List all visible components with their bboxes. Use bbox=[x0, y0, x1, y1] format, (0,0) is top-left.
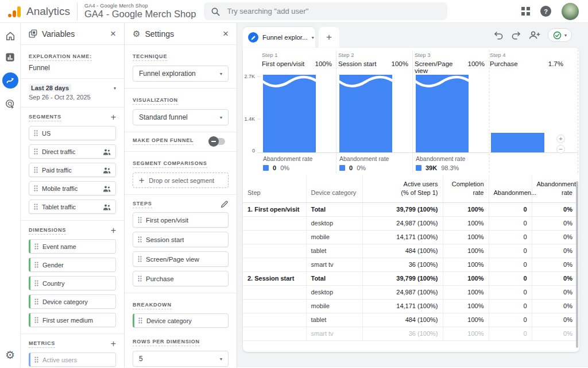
table-scrollbar[interactable] bbox=[576, 181, 578, 348]
column-header-3[interactable]: Active users(% of Step 1) bbox=[362, 175, 443, 202]
account-switcher[interactable]: GA4 - Google Merch Shop GA4 - Google Mer… bbox=[84, 3, 196, 20]
visualization-dropdown[interactable]: Standard funnel ▾ bbox=[133, 109, 229, 125]
column-header-6[interactable]: Abandonmentrate bbox=[532, 175, 577, 202]
chip-device-category[interactable]: Device category bbox=[133, 313, 229, 328]
abandonment-value: 39K bbox=[425, 164, 437, 171]
table-row: smart tv36 (100%)100%00% bbox=[243, 258, 577, 271]
cell-value: 100% bbox=[443, 202, 489, 216]
funnel-table: StepDevice categoryActive users(% of Ste… bbox=[243, 175, 577, 341]
segments-label: SEGMENTS bbox=[29, 114, 61, 121]
cell-value: 0 bbox=[489, 244, 532, 258]
nav-rail: ⚙ bbox=[0, 23, 21, 367]
legend-swatch bbox=[416, 165, 421, 171]
reports-icon[interactable] bbox=[5, 52, 16, 63]
column-header-1[interactable]: Step bbox=[243, 175, 306, 202]
step-header-2: Step 2Session start100% bbox=[338, 52, 408, 67]
avatar[interactable] bbox=[562, 3, 579, 20]
search-bar[interactable] bbox=[204, 2, 447, 20]
add-segment-icon[interactable]: + bbox=[111, 113, 116, 122]
segment-drop-zone[interactable]: + Drop or select segment bbox=[133, 172, 229, 188]
abandonment-pct: 0% bbox=[280, 164, 289, 171]
chip-device-category[interactable]: Device category bbox=[29, 294, 116, 309]
chip-label: First open/visit bbox=[146, 217, 188, 224]
cell-value: 0 bbox=[489, 285, 532, 299]
y-axis-tick: 0 bbox=[243, 148, 255, 154]
chip-gender[interactable]: Gender bbox=[29, 258, 116, 272]
add-dimension-icon[interactable]: + bbox=[111, 226, 116, 235]
cell-value: 14,171 (100%) bbox=[362, 230, 443, 244]
new-tab-button[interactable]: + bbox=[319, 27, 339, 48]
zoom-out-button[interactable]: − bbox=[556, 145, 565, 154]
chip-first-user-medium[interactable]: First user medium bbox=[29, 313, 116, 327]
undo-icon[interactable] bbox=[494, 31, 504, 40]
drag-handle-icon bbox=[34, 130, 38, 136]
chip-active-users[interactable]: Active users bbox=[29, 352, 116, 367]
apps-grid-icon[interactable] bbox=[521, 7, 530, 16]
explore-icon[interactable] bbox=[2, 72, 18, 89]
cell-step bbox=[243, 313, 306, 327]
chart-zoom-controls: + − bbox=[556, 135, 565, 154]
chip-country[interactable]: Country bbox=[29, 276, 116, 290]
advertising-icon[interactable] bbox=[5, 98, 16, 110]
technique-dropdown[interactable]: Funnel exploration ▾ bbox=[133, 66, 229, 82]
cell-value: 100% bbox=[443, 216, 489, 230]
home-icon[interactable] bbox=[5, 30, 16, 42]
step-completion-pct: 100% bbox=[315, 60, 332, 67]
tab-funnel-exploration[interactable]: Funnel explor... ▾ bbox=[243, 27, 315, 48]
cell-value: 0% bbox=[532, 285, 577, 299]
close-settings-icon[interactable]: × bbox=[223, 29, 229, 39]
top-app-bar: Analytics GA4 - Google Merch Shop GA4 - … bbox=[0, 0, 588, 23]
chevron-down-icon: ▾ bbox=[312, 35, 314, 40]
admin-gear-icon[interactable]: ⚙ bbox=[5, 350, 15, 361]
cell-step: 2. Session start bbox=[243, 271, 306, 285]
chip-direct-traffic[interactable]: Direct traffic bbox=[29, 144, 116, 159]
chip-screen-page-view[interactable]: Screen/Page view bbox=[133, 251, 229, 267]
chip-tablet-traffic[interactable]: Tablet traffic bbox=[29, 200, 116, 214]
step-name: First open/visit bbox=[262, 60, 304, 67]
exploration-name-value[interactable]: Funnel bbox=[29, 64, 116, 72]
rows-per-dimension-dropdown[interactable]: 5 ▾ bbox=[133, 351, 229, 367]
table-body: 1. First open/visitTotal39,799 (100%)100… bbox=[243, 202, 577, 340]
make-open-funnel-toggle[interactable] bbox=[210, 138, 225, 145]
chip-purchase[interactable]: Purchase bbox=[133, 271, 229, 286]
chip-label: Paid traffic bbox=[42, 167, 72, 174]
close-variables-icon[interactable]: × bbox=[110, 29, 116, 39]
search-input[interactable] bbox=[226, 6, 440, 16]
cell-value: 0 bbox=[489, 327, 532, 340]
chip-session-start[interactable]: Session start bbox=[133, 232, 229, 247]
abandonment-value: 0 bbox=[349, 164, 353, 171]
help-icon[interactable]: ? bbox=[540, 6, 551, 17]
column-header-4[interactable]: Completionrate bbox=[443, 175, 489, 202]
cell-value: 36 (100%) bbox=[362, 327, 443, 340]
step-name-row: First open/visit100% bbox=[262, 60, 332, 67]
plus-icon: + bbox=[139, 176, 144, 185]
cell-value: 0 bbox=[489, 258, 532, 271]
chip-first-open-visit[interactable]: First open/visit bbox=[133, 212, 229, 228]
drag-handle-icon bbox=[34, 243, 38, 250]
chip-label: First user medium bbox=[42, 317, 93, 324]
abandonment-legend: 00% bbox=[263, 164, 333, 171]
abandonment-value: 0 bbox=[273, 164, 276, 171]
chip-event-name[interactable]: Event name bbox=[29, 239, 116, 254]
date-preset[interactable]: Last 28 days bbox=[29, 84, 71, 92]
drag-handle-icon bbox=[34, 148, 38, 155]
table-row: 1. First open/visitTotal39,799 (100%)100… bbox=[243, 202, 577, 216]
chip-label: Tablet traffic bbox=[42, 204, 76, 210]
column-header-5[interactable]: Abandonmen... bbox=[489, 175, 532, 202]
zoom-in-button[interactable]: + bbox=[556, 135, 565, 143]
add-metric-icon[interactable]: + bbox=[111, 339, 116, 348]
share-user-add-icon[interactable] bbox=[528, 30, 540, 40]
chip-mobile-traffic[interactable]: Mobile traffic bbox=[29, 181, 116, 195]
chip-us[interactable]: US bbox=[29, 126, 116, 140]
abandonment-block-1: Abandonment rate00% bbox=[263, 155, 333, 171]
saved-status-button[interactable]: ▾ bbox=[548, 28, 572, 42]
step-completion-pct: 100% bbox=[392, 60, 408, 67]
chevron-down-icon: ▾ bbox=[220, 115, 222, 120]
tab-label: Funnel explor... bbox=[262, 34, 308, 41]
cell-value: 100% bbox=[443, 285, 489, 299]
redo-icon[interactable] bbox=[511, 31, 521, 40]
chip-paid-traffic[interactable]: Paid traffic bbox=[29, 163, 116, 177]
date-range-section[interactable]: Last 28 days ▾ Sep 26 - Oct 23, 2025 bbox=[21, 78, 124, 107]
edit-steps-icon[interactable] bbox=[220, 200, 229, 208]
column-header-2[interactable]: Device category bbox=[306, 175, 362, 202]
